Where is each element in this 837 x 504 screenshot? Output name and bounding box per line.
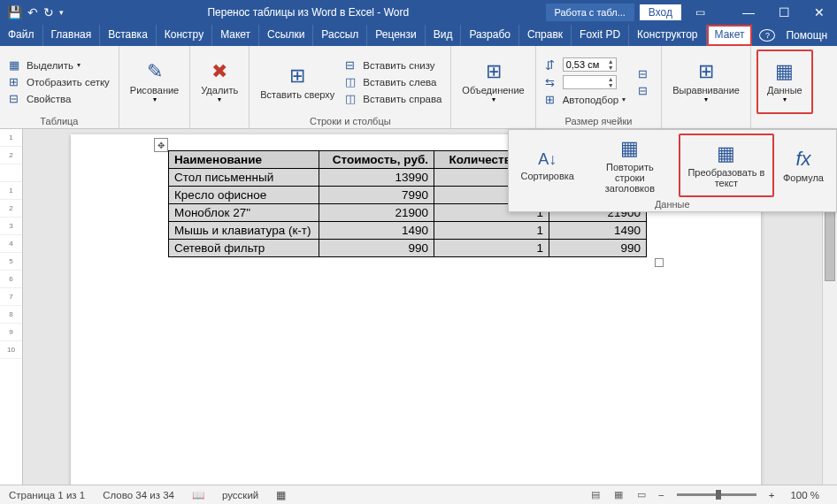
window-controls: — ☐ ✕ bbox=[731, 0, 837, 25]
tab-insert[interactable]: Вставка bbox=[100, 25, 157, 46]
zoom-level[interactable]: 100 % bbox=[781, 490, 828, 500]
tab-layout[interactable]: Макет bbox=[212, 25, 259, 46]
redo-icon[interactable]: ↻ bbox=[43, 5, 54, 19]
sort-button[interactable]: A↓ Сортировка bbox=[514, 134, 581, 197]
window-title: Перенос таблицы из Word в Excel - Word bbox=[71, 6, 546, 19]
gridlines-icon: ⊞ bbox=[9, 75, 23, 88]
web-layout-button[interactable]: ▭ bbox=[632, 487, 651, 503]
table-cell[interactable]: 1 bbox=[434, 240, 549, 257]
login-button[interactable]: Вход bbox=[640, 4, 681, 20]
group-label-rows-cols: Строки и столбцы bbox=[255, 114, 445, 128]
show-gridlines-button[interactable]: ⊞Отобразить сетку bbox=[5, 73, 113, 90]
zoom-in-button[interactable]: + bbox=[765, 490, 779, 500]
read-mode-button[interactable]: ▤ bbox=[586, 487, 605, 503]
insert-below-button[interactable]: ⊟Вставить снизу bbox=[342, 57, 445, 73]
tab-file[interactable]: Файл bbox=[0, 25, 43, 46]
ribbon-options-icon[interactable]: ▭ bbox=[687, 6, 713, 19]
table-cell[interactable]: 990 bbox=[549, 240, 647, 257]
zoom-out-button[interactable]: − bbox=[655, 490, 668, 500]
table-row[interactable]: Сетевой фильтр9901990 bbox=[169, 240, 647, 257]
insert-left-icon: ◫ bbox=[345, 75, 359, 88]
table-header-name[interactable]: Наименование bbox=[169, 151, 319, 169]
tab-design[interactable]: Констру bbox=[157, 25, 212, 46]
tab-developer[interactable]: Разрабо bbox=[461, 25, 519, 46]
table-cell[interactable]: 21900 bbox=[319, 204, 434, 222]
table-cell[interactable]: Сетевой фильтр bbox=[169, 240, 319, 257]
tab-references[interactable]: Ссылки bbox=[259, 25, 313, 46]
page-count[interactable]: Страница 1 из 1 bbox=[0, 490, 94, 500]
distribute-rows-button[interactable]: ⊟ bbox=[634, 65, 656, 82]
zoom-slider[interactable] bbox=[677, 493, 756, 496]
table-cell[interactable]: Стол письменный bbox=[169, 169, 319, 187]
formula-icon: fx bbox=[795, 148, 810, 171]
vertical-ruler[interactable]: 1212345678910 bbox=[0, 129, 23, 485]
group-merge: ⊞ Объединение ▾ bbox=[451, 46, 535, 128]
group-table: ▦Выделить ▾ ⊞Отобразить сетку ⊟Свойства … bbox=[0, 46, 119, 128]
tab-table-design[interactable]: Конструктор bbox=[629, 25, 706, 46]
print-layout-button[interactable]: ▦ bbox=[609, 487, 628, 503]
table-header-cost[interactable]: Стоимость, руб. bbox=[319, 151, 434, 169]
table-move-handle[interactable]: ✥ bbox=[154, 138, 168, 152]
data-dropdown-button[interactable]: ▦ Данные ▾ bbox=[756, 50, 813, 114]
record-icon: ▦ bbox=[276, 489, 286, 501]
distribute-cols-button[interactable]: ⊟ bbox=[634, 82, 656, 99]
distribute-rows-icon: ⊟ bbox=[638, 67, 652, 80]
col-width-input[interactable] bbox=[564, 76, 606, 88]
select-button[interactable]: ▦Выделить ▾ bbox=[5, 57, 113, 73]
minimize-button[interactable]: — bbox=[731, 0, 766, 25]
language-button[interactable]: русский bbox=[213, 490, 267, 500]
title-bar: 💾 ↶ ↻ ▾ Перенос таблицы из Word в Excel … bbox=[0, 0, 837, 25]
tab-mailings[interactable]: Рассыл bbox=[313, 25, 367, 46]
tab-view[interactable]: Вид bbox=[426, 25, 462, 46]
row-height-input[interactable] bbox=[564, 58, 606, 71]
spellcheck-button[interactable]: 📖 bbox=[183, 489, 213, 501]
select-icon: ▦ bbox=[9, 58, 23, 72]
group-label-table: Таблица bbox=[5, 114, 113, 128]
maximize-button[interactable]: ☐ bbox=[766, 0, 802, 25]
table-cell[interactable]: 7990 bbox=[319, 187, 434, 204]
merge-icon: ⊞ bbox=[486, 60, 502, 83]
tab-foxit[interactable]: Foxit PD bbox=[572, 25, 629, 46]
alignment-button[interactable]: ⊞ Выравнивание ▾ bbox=[667, 50, 745, 114]
group-data: ▦ Данные ▾ bbox=[751, 46, 818, 128]
convert-to-text-button[interactable]: ▦ Преобразовать в текст bbox=[679, 134, 774, 197]
table-cell[interactable]: Мышь и клавиатура (к-т) bbox=[169, 222, 319, 240]
insert-right-button[interactable]: ◫Вставить справа bbox=[342, 90, 445, 107]
table-cell[interactable]: 990 bbox=[319, 240, 434, 257]
undo-icon[interactable]: ↶ bbox=[27, 5, 38, 19]
col-width-control[interactable]: ⇆▲▼ bbox=[541, 73, 630, 91]
table-resize-handle[interactable] bbox=[655, 258, 664, 267]
draw-table-button[interactable]: ✎ Рисование ▾ bbox=[125, 50, 184, 114]
properties-button[interactable]: ⊟Свойства bbox=[5, 90, 113, 107]
row-height-control[interactable]: ⇵▲▼ bbox=[541, 56, 630, 73]
insert-above-button[interactable]: ⊞ Вставить сверху bbox=[255, 50, 340, 114]
autofit-button[interactable]: ⊞Автоподбор ▾ bbox=[541, 91, 630, 108]
repeat-header-rows-button[interactable]: ▦ Повторить строки заголовков bbox=[583, 134, 677, 197]
table-tools-context-tab[interactable]: Работа с табл... bbox=[546, 4, 634, 21]
data-icon: ▦ bbox=[775, 60, 794, 83]
word-count[interactable]: Слово 34 из 34 bbox=[94, 490, 183, 500]
macro-record-button[interactable]: ▦ bbox=[267, 489, 295, 501]
insert-left-button[interactable]: ◫Вставить слева bbox=[342, 73, 445, 90]
table-row[interactable]: Мышь и клавиатура (к-т)149011490 bbox=[169, 222, 647, 240]
group-cell-size: ⇵▲▼ ⇆▲▼ ⊞Автоподбор ▾ ⊟ ⊟ Размер ячейки bbox=[536, 46, 663, 128]
table-cell[interactable]: 1490 bbox=[549, 222, 647, 240]
close-button[interactable]: ✕ bbox=[802, 0, 837, 25]
delete-button[interactable]: ✖ Удалить ▾ bbox=[196, 50, 243, 114]
qat-dropdown-icon[interactable]: ▾ bbox=[59, 8, 64, 17]
table-cell[interactable]: Кресло офисное bbox=[169, 187, 319, 204]
merge-button[interactable]: ⊞ Объединение ▾ bbox=[457, 50, 529, 114]
delete-icon: ✖ bbox=[211, 60, 227, 83]
table-cell[interactable]: 1 bbox=[434, 222, 549, 240]
tab-review[interactable]: Рецензи bbox=[367, 25, 425, 46]
table-cell[interactable]: 13990 bbox=[319, 169, 434, 187]
save-icon[interactable]: 💾 bbox=[7, 5, 22, 19]
tab-table-layout[interactable]: Макет bbox=[707, 25, 753, 46]
formula-button[interactable]: fx Формула bbox=[776, 134, 831, 197]
tell-me-button[interactable]: ?Помощн bbox=[752, 25, 837, 46]
tab-help[interactable]: Справк bbox=[519, 25, 572, 46]
table-cell[interactable]: Моноблок 27" bbox=[169, 204, 319, 222]
tab-home[interactable]: Главная bbox=[43, 25, 101, 46]
group-draw: ✎ Рисование ▾ bbox=[119, 46, 190, 128]
table-cell[interactable]: 1490 bbox=[319, 222, 434, 240]
